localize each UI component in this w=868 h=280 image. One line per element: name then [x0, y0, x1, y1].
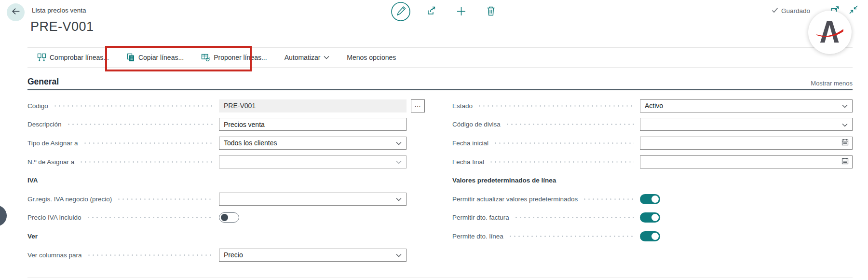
dotted-leader [493, 142, 634, 144]
toolbar-item-label: Copiar líneas... [138, 54, 184, 61]
check-lines-icon [37, 53, 46, 62]
dotted-leader [477, 105, 634, 107]
chevron-down-icon [396, 251, 402, 259]
field-row-codigo: Código PRE-V001 … [27, 97, 425, 115]
toolbar-item-comprobar-lineas[interactable]: Comprobar líneas... [37, 53, 109, 62]
select-value: Precio [224, 251, 243, 259]
share-button[interactable] [426, 6, 437, 16]
field-row-permitir-dto-factura: Permitir dto. factura [452, 209, 853, 227]
dotted-leader [67, 124, 213, 125]
num-asignar-select[interactable] [219, 155, 407, 168]
back-arrow-icon [11, 7, 21, 18]
collapse-button[interactable] [849, 5, 858, 14]
field-label: Descripción [27, 121, 62, 128]
toolbar-item-copiar-lineas[interactable]: Copiar líneas... [126, 53, 184, 62]
permite-dto-linea-toggle[interactable] [640, 231, 660, 241]
field-row-fecha-final: Fecha final [452, 153, 853, 171]
edit-button[interactable] [391, 1, 411, 22]
field-label: Precio IVA incluido [27, 214, 81, 221]
subsection-valores-predeterminados: Valores predeterminados de línea [452, 171, 853, 190]
divisa-select[interactable] [640, 118, 853, 131]
action-toolbar: Comprobar líneas... Copiar líneas... Pro… [27, 47, 853, 68]
trash-icon [486, 6, 496, 16]
chevron-down-icon [396, 139, 402, 147]
fecha-inicial-field[interactable] [640, 137, 853, 150]
checkmark-icon [772, 7, 778, 14]
section-title: General [27, 77, 59, 87]
toolbar-item-label: Automatizar [285, 54, 321, 61]
estado-select[interactable]: Activo [640, 99, 853, 112]
chevron-down-icon [842, 121, 848, 128]
dotted-leader [489, 161, 634, 163]
dotted-leader [86, 217, 213, 218]
field-row-fecha-inicial: Fecha inicial [452, 134, 853, 153]
permitir-actualizar-toggle[interactable] [640, 194, 660, 204]
side-panel-handle[interactable] [0, 205, 7, 226]
field-label: Estado [452, 102, 473, 110]
field-label: N.º de Asignar a [27, 158, 74, 166]
field-row-gr-regis: Gr.regis. IVA negocio (precio) [27, 190, 425, 209]
toolbar-item-label: Menos opciones [347, 54, 396, 61]
form-column-right: Estado Activo Código de divisa Fecha ini… [452, 97, 853, 246]
field-label: Gr.regis. IVA negocio (precio) [27, 196, 112, 203]
select-value: Activo [645, 102, 663, 110]
dotted-leader [117, 198, 213, 200]
field-label: Tipo de Asignar a [27, 140, 78, 147]
chevron-down-icon [842, 102, 848, 110]
toolbar-item-automatizar[interactable]: Automatizar [285, 54, 330, 61]
delete-button[interactable] [486, 6, 496, 16]
field-row-permite-dto-linea: Permite dto. línea [452, 227, 853, 246]
chevron-down-icon [396, 195, 402, 203]
form-column-left: Código PRE-V001 … Descripción Precios ve… [27, 97, 425, 264]
subsection-title: Valores predeterminados de línea [452, 177, 556, 184]
field-label: Código de divisa [452, 121, 501, 128]
tipo-asignar-select[interactable]: Todos los clientes [219, 137, 407, 150]
field-label: Fecha inicial [452, 140, 488, 147]
calendar-icon [841, 139, 849, 147]
back-button[interactable] [7, 3, 25, 21]
subsection-iva: IVA [27, 171, 425, 190]
dotted-leader [79, 161, 213, 163]
chevron-down-icon [324, 56, 329, 59]
precio-iva-toggle[interactable] [219, 212, 239, 223]
permitir-dto-factura-toggle[interactable] [640, 212, 660, 223]
breadcrumb-caption: Lista precios venta [32, 7, 86, 14]
ver-columnas-select[interactable]: Precio [219, 249, 407, 262]
copy-lines-icon [126, 53, 135, 62]
company-logo [808, 11, 852, 54]
field-row-estado: Estado Activo [452, 97, 853, 115]
dotted-leader [508, 236, 634, 237]
field-label: Permitir actualizar valores predetermina… [452, 196, 578, 203]
collapse-arrows-icon [849, 5, 858, 14]
field-row-tipo-asignar: Tipo de Asignar a Todos los clientes [27, 134, 425, 153]
new-button[interactable] [456, 6, 466, 16]
chevron-down-icon [396, 158, 402, 166]
field-label: Código [27, 102, 48, 110]
aitana-logo-icon [814, 15, 846, 50]
dotted-leader [53, 105, 213, 107]
gr-regis-select[interactable] [219, 193, 407, 206]
subsection-title: Ver [27, 233, 38, 240]
toolbar-item-proponer-lineas[interactable]: Proponer líneas... [201, 53, 267, 62]
select-value: Todos los clientes [224, 139, 277, 147]
toolbar-item-menos-opciones[interactable]: Menos opciones [347, 54, 396, 61]
dotted-leader [514, 217, 634, 218]
subsection-title: IVA [27, 177, 38, 184]
section-bottom-divider [27, 278, 853, 278]
codigo-assist-button[interactable]: … [411, 99, 425, 112]
save-status: Guardado [772, 7, 810, 14]
descripcion-field[interactable]: Precios venta [219, 118, 407, 131]
field-label: Fecha final [452, 158, 484, 166]
save-status-label: Guardado [781, 7, 810, 14]
field-row-descripcion: Descripción Precios venta [27, 115, 425, 134]
dotted-leader [83, 142, 213, 144]
general-section-header: General Mostrar menos [27, 72, 853, 90]
field-label: Permitir dto. factura [452, 214, 509, 221]
pencil-circle-icon [391, 1, 411, 22]
field-row-ver-columnas: Ver columnas para Precio [27, 246, 425, 265]
fecha-final-field[interactable] [640, 155, 853, 168]
field-row-num-asignar: N.º de Asignar a [27, 153, 425, 171]
codigo-field[interactable]: PRE-V001 [219, 99, 407, 112]
field-row-precio-iva: Precio IVA incluido [27, 209, 425, 227]
show-less-link[interactable]: Mostrar menos [811, 80, 853, 87]
